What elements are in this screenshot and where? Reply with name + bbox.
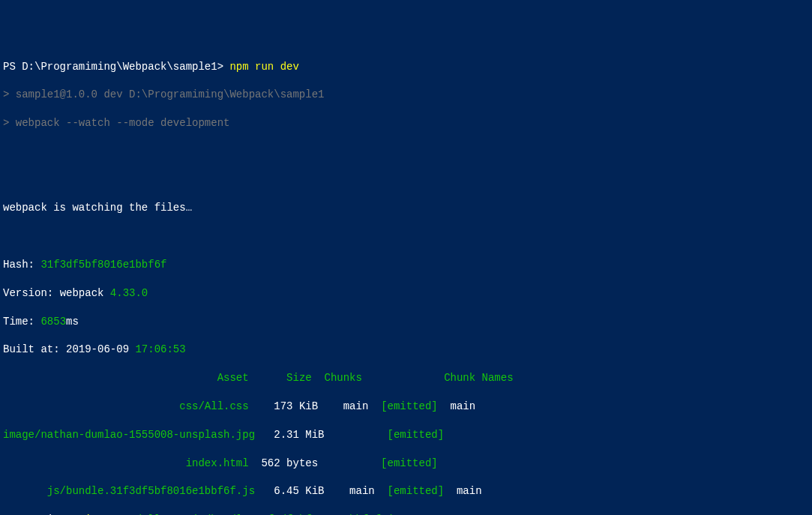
- hash-line: Hash: 31f3df5bf8016e1bbf6f: [3, 258, 809, 272]
- npm-pkg-line: > sample1@1.0.0 dev D:\Programiming\Webp…: [3, 88, 809, 102]
- asset-row: css/All.css 173 KiB main [emitted] main: [3, 400, 809, 414]
- asset-row: image/nathan-dumlao-1555008-unsplash.jpg…: [3, 428, 809, 442]
- built-at-line: Built at: 2019-06-09 17:06:53: [3, 343, 809, 357]
- npm-script-line: > webpack --watch --mode development: [3, 116, 809, 130]
- prompt-line: PS D:\Programiming\Webpack\sample1> npm …: [3, 60, 809, 74]
- version-line: Version: webpack 4.33.0: [3, 286, 809, 301]
- asset-header: Asset Size Chunks Chunk Names: [3, 371, 809, 385]
- time-line: Time: 6853ms: [3, 315, 809, 329]
- asset-row: js/bundle.31f3df5bf8016e1bbf6f.js 6.45 K…: [3, 484, 809, 499]
- watch-line: webpack is watching the files…: [3, 201, 809, 215]
- asset-row: index.html 562 bytes [emitted]: [3, 457, 809, 471]
- terminal-output: PS D:\Programiming\Webpack\sample1> npm …: [3, 60, 809, 515]
